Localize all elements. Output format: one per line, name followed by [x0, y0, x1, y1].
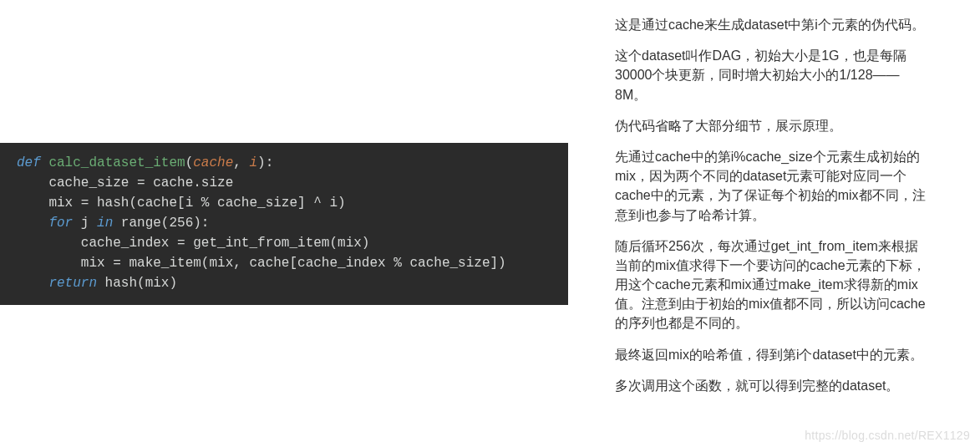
page-container: def calc_dataset_item(cache, i): cache_s…: [0, 0, 980, 447]
mod-op-2: %: [394, 256, 402, 271]
paragraph-6: 最终返回mix的哈希值，得到第i个dataset中的元素。: [615, 345, 927, 364]
code-line-5: cache_index = get_int_from_item(mix): [17, 236, 369, 251]
return-expr: hash(mix): [97, 276, 177, 291]
function-name: calc_dataset_item: [41, 155, 185, 170]
keyword-for: for: [17, 216, 73, 231]
comma: ,: [233, 155, 249, 170]
mod-op: %: [201, 196, 210, 211]
keyword-in: in: [97, 216, 113, 231]
code-panel: def calc_dataset_item(cache, i): cache_s…: [0, 0, 602, 447]
paragraph-2: 这个dataset叫作DAG，初始大小是1G，也是每隔30000个块更新，同时增…: [615, 46, 927, 104]
paragraph-5: 随后循环256次，每次通过get_int_from_item来根据当前的mix值…: [615, 236, 927, 333]
watermark: https://blog.csdn.net/REX1129: [805, 429, 970, 442]
code-line-6c: cache_size]): [402, 256, 506, 271]
paren-open: (: [185, 155, 194, 170]
code-block: def calc_dataset_item(cache, i): cache_s…: [0, 143, 568, 305]
keyword-def: def: [17, 155, 41, 170]
param-cache: cache: [193, 155, 233, 170]
code-line-3c: cache_size] ^ i): [209, 196, 345, 211]
paragraph-7: 多次调用这个函数，就可以得到完整的dataset。: [615, 376, 927, 395]
paragraph-1: 这是通过cache来生成dataset中第i个元素的伪代码。: [615, 15, 927, 34]
code-line-3a: mix = hash(cache[i: [17, 196, 201, 211]
range-close: ):: [193, 216, 209, 231]
paren-close: ):: [257, 155, 273, 170]
code-line-2: cache_size = cache.size: [17, 175, 233, 190]
range-call: range(: [113, 216, 169, 231]
paragraph-3: 伪代码省略了大部分细节，展示原理。: [615, 116, 927, 135]
param-i: i: [249, 155, 257, 170]
number-256: 256: [169, 216, 193, 231]
code-line-6a: mix = make_item(mix, cache[cache_index: [17, 256, 394, 271]
text-panel: 这是通过cache来生成dataset中第i个元素的伪代码。 这个dataset…: [602, 0, 952, 447]
keyword-return: return: [17, 276, 97, 291]
loop-var-j: j: [73, 216, 97, 231]
paragraph-4: 先通过cache中的第i%cache_size个元素生成初始的mix，因为两个不…: [615, 147, 927, 225]
